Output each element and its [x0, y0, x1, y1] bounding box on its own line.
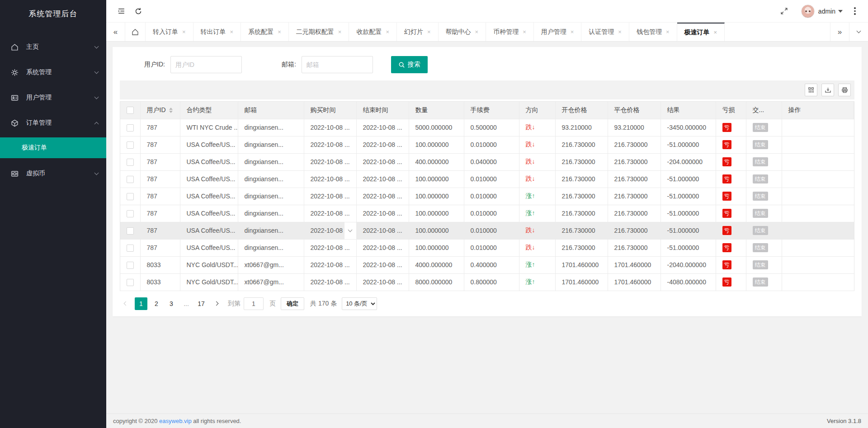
sidebar-toggle-icon[interactable] [113, 3, 130, 20]
tab-close-icon[interactable]: × [278, 28, 281, 35]
avatar[interactable] [801, 5, 815, 18]
column-header[interactable]: 购买时间 [304, 102, 356, 119]
main-content: 用户ID: 邮箱: 搜索 [106, 42, 868, 428]
prev-page-button[interactable] [120, 297, 132, 310]
tab-close-icon[interactable]: × [338, 28, 342, 35]
column-header[interactable]: 方向 [519, 102, 555, 119]
tab-close-icon[interactable]: × [618, 28, 622, 35]
row-checkbox[interactable] [127, 124, 134, 132]
sidebar-item-system[interactable]: 系统管理 [0, 62, 106, 82]
row-select-cell [120, 136, 140, 153]
tabs-collapse-button[interactable]: « [106, 23, 125, 41]
export-icon[interactable] [821, 84, 834, 96]
page-button[interactable]: 17 [195, 297, 207, 310]
tab-bar: « 转入订单 × 转出订单 × 系统配置 × 二元期权配置 × [106, 23, 868, 42]
row-checkbox[interactable] [127, 227, 134, 235]
tabs-expand-button[interactable]: » [830, 23, 849, 41]
tab-item[interactable]: 认证管理 × [581, 23, 629, 41]
tab-item[interactable]: 系统配置 × [241, 23, 289, 41]
columns-icon[interactable] [805, 84, 817, 96]
search-button[interactable]: 搜索 [391, 56, 428, 73]
tab-item[interactable]: 转入订单 × [146, 23, 193, 41]
column-header[interactable]: 用户ID [140, 102, 180, 119]
sidebar-item-orders[interactable]: 订单管理 [0, 113, 106, 133]
email-input[interactable] [302, 56, 373, 73]
more-menu-icon[interactable] [849, 7, 861, 15]
tab-close-icon[interactable]: × [386, 28, 389, 35]
column-header[interactable]: 亏损 [716, 102, 746, 119]
row-checkbox[interactable] [127, 262, 134, 269]
tab-item[interactable]: 转出订单 × [193, 23, 241, 41]
page-button[interactable]: 3 [165, 297, 177, 310]
cell-close-price: 216.730000 [608, 153, 660, 170]
cell-buy-time: 2022-10-08 ... [304, 222, 356, 239]
cell-status: 结束 [746, 119, 782, 136]
content-spacer [106, 316, 868, 414]
goto-label: 到第 [228, 300, 241, 308]
loss-badge: 亏 [722, 209, 731, 218]
column-header[interactable]: 数量 [409, 102, 464, 119]
column-header[interactable]: 合约类型 [180, 102, 238, 119]
tab-item[interactable]: 幻灯片 × [397, 23, 439, 41]
tab-item[interactable]: 钱包管理 × [629, 23, 677, 41]
tab-close-icon[interactable]: × [666, 28, 670, 35]
column-header[interactable]: 结束时间 [356, 102, 409, 119]
row-checkbox[interactable] [127, 159, 134, 166]
row-checkbox[interactable] [127, 245, 134, 252]
goto-page-input[interactable] [244, 297, 264, 310]
sidebar-item-users[interactable]: 用户管理 [0, 88, 106, 108]
tab-item[interactable]: 帮助中心 × [439, 23, 486, 41]
cell-fee: 0.010000 [464, 188, 519, 205]
print-icon[interactable] [838, 84, 851, 96]
tabs-menu-button[interactable] [849, 23, 868, 41]
row-expander-icon[interactable] [344, 222, 356, 239]
confirm-button[interactable]: 确定 [281, 297, 304, 310]
tab-item[interactable]: 收款配置 × [349, 23, 397, 41]
tab-item[interactable]: 极速订单 × [677, 23, 725, 41]
row-checkbox[interactable] [127, 210, 134, 217]
select-all-checkbox[interactable] [127, 107, 134, 114]
cell-quantity: 100.000000 [409, 222, 464, 239]
tab-close-icon[interactable]: × [475, 28, 479, 35]
row-checkbox[interactable] [127, 193, 134, 200]
user-id-input[interactable] [170, 56, 242, 73]
column-label: 数量 [415, 106, 428, 113]
column-header[interactable]: 操作 [782, 102, 854, 119]
user-menu[interactable]: admin [818, 8, 843, 15]
row-checkbox[interactable] [127, 141, 134, 149]
tab-close-icon[interactable]: × [230, 28, 234, 35]
sidebar-item-crypto[interactable]: 虚拟币 [0, 164, 106, 183]
tab-item[interactable]: 用户管理 × [534, 23, 582, 41]
page-button[interactable]: 1 [135, 297, 147, 310]
column-header[interactable]: 交... [746, 102, 782, 119]
column-header[interactable]: 开仓价格 [555, 102, 608, 119]
next-page-button[interactable] [210, 297, 222, 310]
cell-buy-time: 2022-10-08 ... [304, 205, 356, 222]
column-header[interactable]: 结果 [660, 102, 716, 119]
tab-item[interactable]: 币种管理 × [486, 23, 534, 41]
tab-close-icon[interactable]: × [523, 28, 526, 35]
cell-loss: 亏 [716, 256, 746, 273]
fullscreen-icon[interactable] [776, 3, 793, 20]
cell-close-price: 1701.460000 [608, 256, 660, 273]
tab-close-icon[interactable]: × [714, 29, 717, 36]
page-button[interactable]: 2 [151, 297, 162, 310]
column-header[interactable]: 手续费 [464, 102, 519, 119]
footer-link[interactable]: easyweb.vip [159, 418, 192, 424]
page-button[interactable]: ... [180, 297, 192, 310]
column-header[interactable]: 平仓价格 [608, 102, 660, 119]
sidebar-subitem-express-orders[interactable]: 极速订单 [0, 137, 106, 158]
tab-close-icon[interactable]: × [427, 28, 431, 35]
per-page-select[interactable]: 10 条/页 [342, 297, 377, 310]
row-checkbox[interactable] [127, 279, 134, 286]
tab-close-icon[interactable]: × [182, 28, 186, 35]
tab-close-icon[interactable]: × [571, 28, 574, 35]
cell-quantity: 100.000000 [409, 205, 464, 222]
refresh-icon[interactable] [130, 3, 147, 20]
column-header[interactable]: 邮箱 [238, 102, 304, 119]
sort-icon[interactable] [169, 108, 173, 113]
sidebar-item-home[interactable]: 主页 [0, 37, 106, 57]
tab-item[interactable]: 二元期权配置 × [289, 23, 349, 41]
row-checkbox[interactable] [127, 176, 134, 183]
tab-home[interactable] [125, 23, 146, 41]
